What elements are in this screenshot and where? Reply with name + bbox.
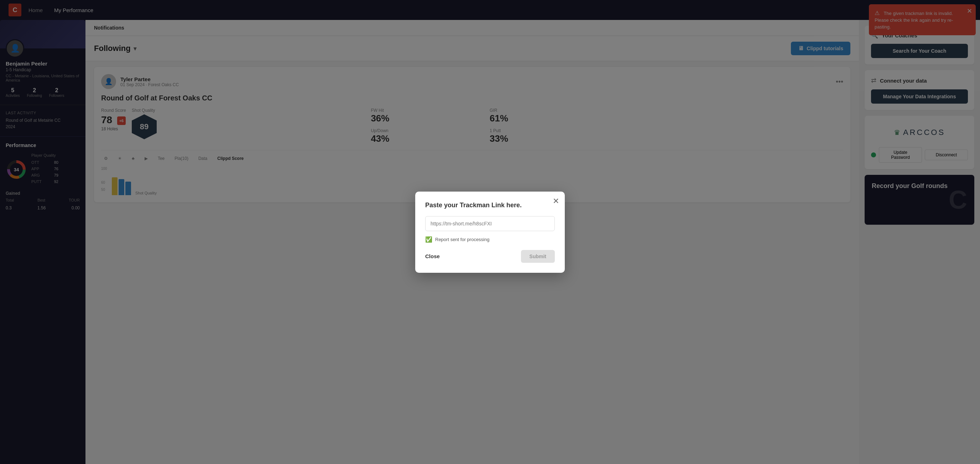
modal-actions: Close Submit <box>425 250 555 263</box>
modal-close-button[interactable]: Close <box>425 253 440 259</box>
modal-close-x-button[interactable]: ✕ <box>553 197 559 206</box>
modal-submit-button[interactable]: Submit <box>521 250 555 263</box>
success-row: ✅ Report sent for processing <box>425 236 555 243</box>
trackman-link-input[interactable] <box>425 216 555 231</box>
success-icon: ✅ <box>425 236 432 243</box>
success-text: Report sent for processing <box>435 237 489 242</box>
modal-title: Paste your Trackman Link here. <box>425 202 555 209</box>
modal-overlay: Paste your Trackman Link here. ✕ ✅ Repor… <box>0 0 980 464</box>
trackman-modal: Paste your Trackman Link here. ✕ ✅ Repor… <box>415 192 565 273</box>
